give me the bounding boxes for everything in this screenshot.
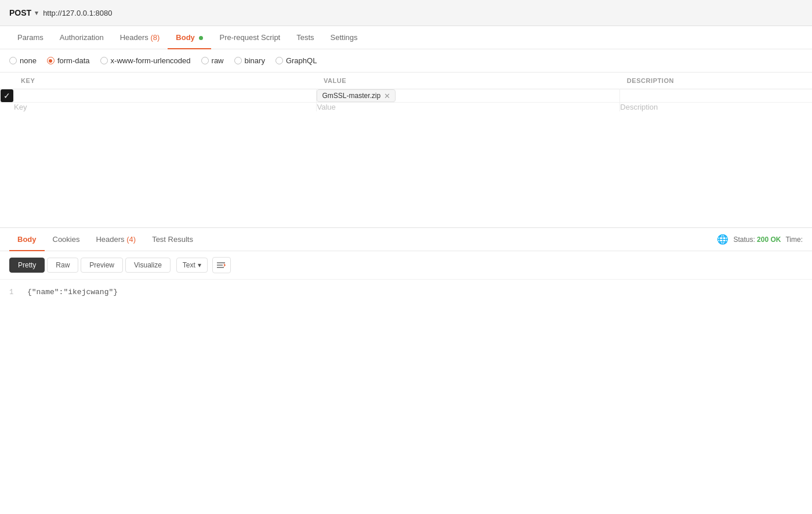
response-tab-body[interactable]: Body	[9, 228, 45, 251]
type-selector-chevron: ▾	[198, 261, 201, 269]
radio-binary	[234, 57, 242, 64]
method-label: POST	[9, 8, 31, 17]
wrap-icon	[217, 262, 226, 269]
response-status-bar: 🌐 Status: 200 OK Time:	[717, 234, 803, 245]
type-selector-label: Text	[183, 261, 195, 269]
col-header-key: KEY	[14, 73, 317, 89]
body-type-binary[interactable]: binary	[234, 56, 265, 65]
format-btn-pretty[interactable]: Pretty	[9, 258, 45, 273]
radio-raw	[201, 57, 209, 64]
col-header-value: VALUE	[317, 73, 620, 89]
value-cell: GmSSL-master.zip ✕	[317, 89, 620, 103]
form-table: KEY VALUE DESCRIPTION ✓ GmSSL-master.zip	[0, 73, 812, 111]
globe-icon: 🌐	[717, 234, 728, 245]
body-type-urlencoded[interactable]: x-www-form-urlencoded	[100, 56, 191, 65]
code-line: 1 {"name":"ikejcwang"}	[9, 287, 803, 299]
wrap-button[interactable]	[212, 257, 231, 273]
remove-file-button[interactable]: ✕	[384, 92, 390, 100]
tab-body[interactable]: Body	[168, 26, 211, 49]
row-checkbox-cell[interactable]: ✓	[0, 89, 14, 103]
response-body: 1 {"name":"ikejcwang"}	[0, 280, 812, 306]
placeholder-checkbox-cell	[0, 103, 14, 112]
headers-badge: (8)	[150, 33, 160, 42]
line-number: 1	[9, 288, 13, 296]
table-placeholder-row: Key Value Description	[0, 103, 812, 112]
tab-authorization[interactable]: Authorization	[52, 26, 112, 49]
method-chevron: ▾	[35, 9, 38, 17]
body-type-none[interactable]: none	[9, 56, 37, 65]
method-selector[interactable]: POST ▾	[9, 6, 38, 20]
check-mark-icon: ✓	[3, 92, 10, 100]
placeholder-description-cell[interactable]: Description	[620, 103, 812, 112]
file-name: GmSSL-master.zip	[322, 92, 380, 100]
body-active-dot	[199, 36, 203, 40]
url-input[interactable]	[43, 9, 803, 17]
key-cell[interactable]	[14, 89, 317, 103]
type-selector[interactable]: Text ▾	[176, 258, 208, 273]
placeholder-key-cell[interactable]: Key	[14, 103, 317, 112]
description-input[interactable]	[620, 92, 812, 100]
tab-pre-request-script[interactable]: Pre-request Script	[211, 26, 288, 49]
tab-headers[interactable]: Headers (8)	[112, 26, 168, 49]
col-header-description: DESCRIPTION	[620, 73, 812, 89]
request-tabs: Params Authorization Headers (8) Body Pr…	[0, 26, 812, 49]
response-tab-headers[interactable]: Headers (4)	[88, 228, 144, 251]
body-type-graphql[interactable]: GraphQL	[276, 56, 317, 65]
format-btn-visualize[interactable]: Visualize	[125, 258, 171, 273]
format-btn-raw[interactable]: Raw	[47, 258, 78, 273]
response-tab-test-results[interactable]: Test Results	[144, 228, 201, 251]
body-type-form-data[interactable]: form-data	[47, 56, 90, 65]
body-type-selector: none form-data x-www-form-urlencoded raw…	[0, 49, 812, 73]
form-data-table-container: KEY VALUE DESCRIPTION ✓ GmSSL-master.zip	[0, 73, 812, 111]
format-btn-preview[interactable]: Preview	[81, 258, 123, 273]
body-type-raw[interactable]: raw	[201, 56, 224, 65]
placeholder-value: Value	[317, 103, 335, 111]
radio-none	[9, 57, 17, 64]
response-headers-badge: (4)	[126, 235, 136, 244]
radio-graphql	[276, 57, 283, 64]
file-tag: GmSSL-master.zip ✕	[317, 89, 396, 102]
response-format-bar: Pretty Raw Preview Visualize Text ▾	[0, 251, 812, 280]
placeholder-description: Description	[620, 103, 658, 111]
response-tab-cookies[interactable]: Cookies	[45, 228, 88, 251]
url-bar: POST ▾	[0, 0, 812, 26]
placeholder-key: Key	[14, 103, 27, 111]
status-badge: Status: 200 OK	[733, 236, 781, 244]
radio-form-data	[47, 57, 55, 64]
table-row: ✓ GmSSL-master.zip ✕	[0, 89, 812, 103]
time-label: Time:	[785, 236, 803, 244]
checkbox-checked[interactable]: ✓	[1, 89, 13, 102]
response-tabs: Body Cookies Headers (4) Test Results 🌐 …	[0, 228, 812, 251]
key-input[interactable]	[14, 92, 316, 100]
tab-settings[interactable]: Settings	[322, 26, 366, 49]
tab-params[interactable]: Params	[9, 26, 52, 49]
placeholder-value-cell[interactable]: Value	[317, 103, 620, 112]
radio-urlencoded	[100, 57, 108, 64]
description-cell[interactable]	[620, 89, 812, 103]
status-ok-text: 200 OK	[757, 236, 781, 244]
tab-tests[interactable]: Tests	[288, 26, 322, 49]
code-content: {"name":"ikejcwang"}	[27, 288, 118, 296]
col-header-checkbox	[0, 73, 14, 89]
response-section: Body Cookies Headers (4) Test Results 🌐 …	[0, 228, 812, 306]
